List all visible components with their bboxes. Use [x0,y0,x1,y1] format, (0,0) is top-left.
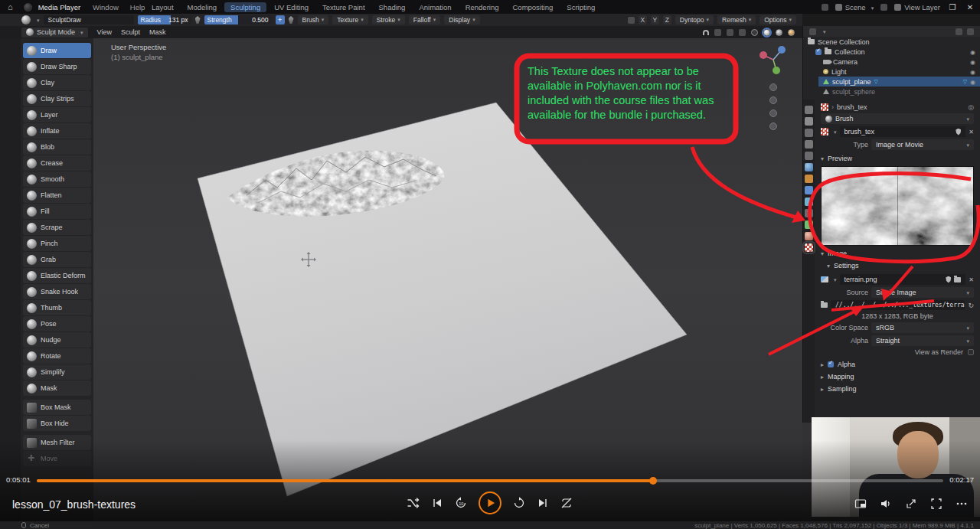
tab-sculpting[interactable]: Sculpting [224,2,266,12]
tool-clay-strips[interactable]: Clay Strips [23,91,91,106]
tab-animation[interactable]: Animation [413,2,457,12]
navigation-gizmo[interactable] [758,43,789,77]
tool-pinch[interactable]: Pinch [23,236,91,251]
menu-mask[interactable]: Mask [149,28,166,36]
more-options-icon[interactable] [956,498,968,510]
remesh-menu[interactable]: Remesh [717,15,756,24]
previous-icon[interactable] [431,497,443,509]
seek-handle[interactable] [649,477,657,485]
outliner-row-camera[interactable]: Camera [818,57,980,67]
tool-fill[interactable]: Fill [23,204,91,219]
tool-clay[interactable]: Clay [23,75,91,90]
reload-image-icon[interactable] [968,302,974,309]
tab-tool[interactable] [805,106,813,114]
volume-icon[interactable] [880,498,892,510]
display-menu[interactable]: Display [444,15,479,24]
settings-subsection-header[interactable]: ▾Settings [815,260,980,272]
radius-slider[interactable]: Radius 131 px [138,15,191,24]
outliner-row-scene-collection[interactable]: Scene Collection [803,37,980,47]
options-menu[interactable]: Options [760,15,796,24]
tab-scene[interactable] [805,152,813,160]
tab-physics[interactable] [805,198,813,206]
falloff-menu[interactable]: Falloff [409,15,441,24]
close-icon[interactable] [965,3,975,11]
tool-crease[interactable]: Crease [23,155,91,171]
brush-datablock-icon[interactable] [21,15,31,24]
next-icon[interactable] [537,497,549,509]
tab-uv-editing[interactable]: UV Editing [268,2,315,12]
tool-simplify[interactable]: Simplify [23,364,91,380]
file-path-field[interactable]: //../../../../../..._textures/terrain.pn… [831,300,965,310]
tool-blob[interactable]: Blob [23,139,91,155]
tool-mask[interactable]: Mask [23,380,91,396]
tab-view-layer[interactable] [805,140,813,149]
mirror-y-toggle[interactable]: Y [651,15,659,24]
tool-nudge[interactable]: Nudge [23,332,91,348]
stroke-menu[interactable]: Stroke [372,15,405,24]
shading-rendered-icon[interactable] [788,29,795,36]
collection-checkbox[interactable] [815,49,822,55]
unlink-x-icon[interactable] [969,276,974,283]
popout-icon[interactable] [905,498,917,510]
tool-elastic-deform[interactable]: Elastic Deform [23,268,91,283]
image-datablock-icon[interactable] [821,276,828,282]
tool-snake-hook[interactable]: Snake Hook [23,284,91,299]
tab-rendering[interactable]: Rendering [459,2,505,12]
tool-smooth[interactable]: Smooth [23,171,91,187]
texture-context-dropdown[interactable]: Brush [821,113,974,124]
alpha-section-checkbox[interactable] [828,361,834,367]
brush-menu[interactable]: Brush [298,15,329,24]
image-section-header[interactable]: ▾Image [815,247,980,260]
perspective-toggle-icon[interactable] [769,122,777,130]
tab-material[interactable] [805,232,813,240]
hide-eye-icon[interactable] [970,48,975,56]
outliner-row-sculpt-sphere[interactable]: sculpt_sphere [818,87,980,96]
shading-material-icon[interactable] [776,29,782,36]
outliner-row-light[interactable]: Light [818,67,980,77]
mirror-x-toggle[interactable]: X [639,15,647,24]
tool-thumb[interactable]: Thumb [23,300,91,315]
tab-object-data[interactable] [805,220,813,229]
mode-selector[interactable]: Sculpt Mode [21,28,88,38]
view-layer-selector[interactable]: View Layer [894,3,940,11]
mirror-z-toggle[interactable]: Z [663,15,671,24]
proportional-edit-icon[interactable] [714,29,721,36]
pin-icon[interactable] [968,103,974,111]
tab-world[interactable] [805,163,813,171]
tool-rotate[interactable]: Rotate [23,348,91,364]
tool-draw[interactable]: Draw [23,43,91,58]
strength-slider[interactable]: Strength 0.500 [204,15,272,24]
app-icon[interactable] [24,3,32,11]
source-dropdown[interactable]: Single Image [871,287,974,298]
tool-box-mask[interactable]: Box Mask [23,400,91,415]
tab-render[interactable] [805,117,813,126]
alpha-section-collapsed[interactable]: ▸ Alpha [815,358,980,371]
snap-magnet-icon[interactable] [703,30,709,35]
menu-view[interactable]: View [97,28,112,36]
hide-eye-icon[interactable] [970,68,975,76]
tool-scrape[interactable]: Scrape [23,220,91,235]
tool-flatten[interactable]: Flatten [23,188,91,203]
zoom-icon[interactable] [769,83,777,91]
tab-texture-paint[interactable]: Texture Paint [316,2,371,12]
menu-sculpt[interactable]: Sculpt [121,28,140,36]
xray-toggle-icon[interactable] [739,29,746,36]
tab-compositing[interactable]: Compositing [507,2,560,12]
texture-menu[interactable]: Texture [332,15,368,24]
tab-shading[interactable]: Shading [373,2,412,12]
outliner-row-sculpt-plane[interactable]: sculpt_plane ▽ ▽ [818,77,980,87]
unlink-x-icon[interactable] [969,128,974,136]
search-icon[interactable] [956,28,962,35]
outliner-row-collection[interactable]: Collection [811,47,980,57]
tool-inflate[interactable]: Inflate [23,123,91,139]
tool-draw-sharp[interactable]: Draw Sharp [23,59,91,74]
view-as-render-checkbox[interactable] [968,349,974,355]
shading-solid-icon[interactable] [763,29,770,36]
screen-layout-icon[interactable] [822,4,828,11]
pan-hand-icon[interactable] [769,96,777,104]
seek-bar[interactable] [37,479,943,482]
brush-name-field[interactable]: SculptDraw [44,15,134,24]
restore-window-icon[interactable] [947,3,958,11]
skip-forward-icon[interactable] [513,497,525,509]
tool-layer[interactable]: Layer [23,107,91,122]
